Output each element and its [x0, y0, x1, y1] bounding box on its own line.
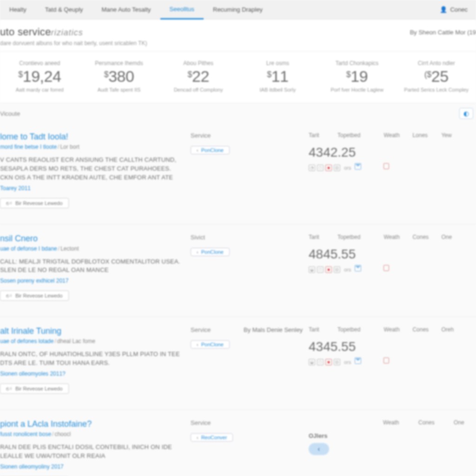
- breadcrumb: fusst ronolicent bose/choocl: [0, 431, 180, 437]
- toggle-icon: ◐: [463, 110, 469, 117]
- mail-icon[interactable]: [355, 357, 361, 364]
- amount: 4342.25: [309, 145, 476, 160]
- status-icons: ◔□■⊟ors: [309, 165, 351, 171]
- service-label: Sivict: [191, 234, 304, 241]
- nav-item-tatd[interactable]: Tatd & Qeuply: [36, 0, 93, 19]
- status-icons: ◒□■⊟ors: [309, 359, 351, 365]
- thumb-icon: ⎋⍤: [6, 293, 13, 298]
- card-meta: Toarey 2011: [0, 185, 180, 192]
- service-chip[interactable]: PonClone: [191, 340, 230, 349]
- card-byline: By Mals Denie Senley: [244, 326, 303, 394]
- prev-arrow-button[interactable]: ‹: [309, 443, 329, 455]
- section-head: Vicoute ◐: [0, 103, 476, 123]
- delete-icon[interactable]: [383, 163, 389, 169]
- result-headers: WeathConesOne: [309, 419, 476, 426]
- card-meta: Sosen poreny exlhicel 2017: [0, 278, 180, 284]
- page-header: uto serviceriziatics dare dorvuent albun…: [0, 20, 476, 52]
- nav-item-mane[interactable]: Mane Auto Tesalty: [93, 0, 160, 19]
- service-label: Service: [191, 326, 230, 333]
- delete-icon[interactable]: [383, 357, 389, 364]
- stats-row: Crontievo aneed$19,24Aatt mardy car forr…: [0, 52, 476, 103]
- breadcrumb: uae of defonse I bdane/Lectont: [0, 245, 180, 252]
- mail-icon[interactable]: [355, 163, 361, 170]
- stat-card: Abou Pithes$22Dencad off Complony: [159, 60, 238, 93]
- user-menu[interactable]: 👤 Conec: [440, 6, 476, 13]
- stat-card: Crontievo aneed$19,24Aatt mardy car forr…: [0, 60, 79, 93]
- card-title[interactable]: lome to Tadt Ioola!: [0, 132, 180, 142]
- card-meta: Sionen olleomyoliny 2017: [0, 463, 180, 470]
- card-meta: Sionen olleomyoles 2011?: [0, 370, 180, 377]
- view-toggle-button[interactable]: ◐: [459, 108, 473, 119]
- amount: 4845.55: [309, 247, 476, 262]
- section-title: Vicoute: [0, 110, 20, 117]
- thumb-icon: ⎋⍤: [6, 386, 13, 391]
- offers-label: OJlers: [309, 432, 476, 439]
- card-description: RALN DEE PLIS ENCTALI DOSIL CONTEBILI, I…: [0, 443, 180, 461]
- nav-item-recuming[interactable]: Recuming Drapley: [204, 0, 272, 19]
- action-button[interactable]: ⎋⍤Bir Reveose Lewedo: [0, 198, 69, 208]
- nav-item-seeolltus[interactable]: Seeolltus: [160, 0, 204, 20]
- breadcrumb: mord fine betse I tloote/Lor bort: [0, 144, 180, 150]
- page-subtitle: dare dorvuent albuns for who nait berly,…: [0, 40, 147, 46]
- listing-card: lome to Tadt Ioola! mord fine betse I tl…: [0, 123, 476, 225]
- amount: 4345.55: [309, 339, 476, 354]
- thumb-icon: ⎋⍤: [6, 200, 13, 206]
- card-description: CALL: MEALJI TRIGTAIL DOFBLOTOX COMENTAL…: [0, 258, 180, 275]
- delete-icon[interactable]: [383, 265, 389, 271]
- listing-card: nsil Cnero uae of defonse I bdane/Lecton…: [0, 225, 476, 317]
- user-icon: 👤: [440, 6, 447, 13]
- stat-card: Persmance Ihemds$380Audt Tafe spent IIS: [79, 60, 159, 93]
- result-headers: TaritTopetbedWeathConesOne: [309, 234, 476, 240]
- action-button[interactable]: ⎋⍤Bir Reveose Lewedo: [0, 383, 69, 394]
- card-description: RALN ONTC, OF HUNATIOHLSLINE Y3ES PLLM P…: [0, 350, 180, 368]
- card-title[interactable]: alt Irinale Tuning: [0, 326, 180, 336]
- service-chip[interactable]: PonClone: [191, 146, 230, 154]
- breadcrumb: uae of defones lotade/dheal Lac fome: [0, 338, 180, 344]
- card-title[interactable]: nsil Cnero: [0, 234, 180, 244]
- service-chip[interactable]: PonClone: [191, 248, 230, 256]
- status-icons: ◒□■⊟ors: [309, 266, 351, 273]
- nav-item-healty[interactable]: Healty: [0, 0, 36, 19]
- service-chip[interactable]: ReoConver: [191, 433, 233, 442]
- mail-icon[interactable]: [355, 265, 361, 271]
- top-nav: Healty Tatd & Qeuply Mane Auto Tesalty S…: [0, 0, 476, 20]
- listing-card: piont a LAcla Instofaine? fusst ronolice…: [0, 410, 476, 476]
- author-byline: By Sheon Cattle Mor (19: [410, 26, 476, 36]
- stat-card: Cirrt Anto ndler($25Parted Serics Leck C…: [397, 60, 476, 93]
- result-headers: TaritTopetbedWeathLonesYew: [309, 132, 476, 139]
- stat-card: Tartd Chonkapics$19Porf fver Hoctle Lagl…: [317, 60, 397, 93]
- service-label: Service: [191, 132, 304, 139]
- listing-card: alt Irinale Tuning uae of defones lotade…: [0, 317, 476, 410]
- stat-card: Lre osms$11IAB itdbeil Sorly: [238, 60, 317, 93]
- result-headers: TaritTopetbedWeathConesOreh: [309, 326, 476, 333]
- card-title[interactable]: piont a LAcla Instofaine?: [0, 419, 180, 429]
- service-label: Service: [191, 419, 304, 426]
- page-title: uto serviceriziatics: [0, 26, 147, 38]
- chevron-left-icon: ‹: [317, 445, 320, 453]
- card-description: V CANTS REAOLIST ECR ANSIUNG THE CALLTH …: [0, 156, 180, 182]
- action-button[interactable]: ⎋⍤Bir Reveose Lewedo: [0, 291, 69, 301]
